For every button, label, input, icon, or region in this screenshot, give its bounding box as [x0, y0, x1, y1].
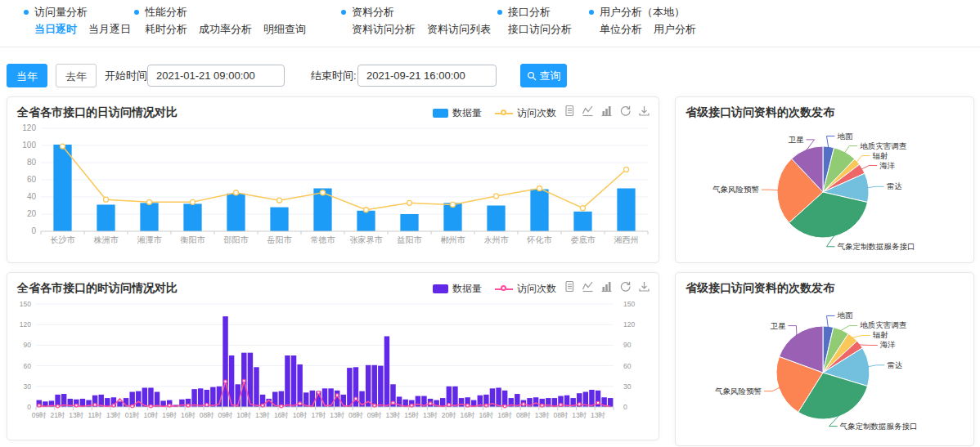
svg-text:16时: 16时	[461, 411, 475, 419]
nav-item-daily-month[interactable]: 当月逐日	[88, 22, 131, 37]
svg-text:湘西州: 湘西州	[614, 235, 639, 244]
svg-text:0: 0	[31, 226, 36, 235]
bullet-icon	[341, 10, 346, 15]
svg-text:海洋: 海洋	[879, 161, 895, 170]
svg-text:80: 80	[27, 158, 37, 167]
nav-group-users: 用户分析（本地） 单位分析 用户分析	[589, 5, 696, 37]
nav-item-time-cost[interactable]: 耗时分析	[145, 22, 187, 37]
bullet-icon	[497, 10, 502, 15]
start-time-input[interactable]	[147, 65, 285, 87]
bar-swatch-icon	[433, 284, 448, 293]
line-chart-type-icon[interactable]	[582, 280, 594, 293]
nav-item-interface-access-analysis[interactable]: 接口访问分析	[508, 22, 572, 37]
svg-text:08时: 08时	[553, 411, 568, 419]
province-access-pie-chart[interactable]: 地面地质灾害调查辐射海洋雷达气象定制数据服务接口气象风险预警卫星	[676, 296, 975, 444]
svg-text:150: 150	[623, 300, 635, 308]
nav-item-success-rate[interactable]: 成功率分析	[199, 22, 252, 37]
svg-text:永州市: 永州市	[484, 235, 510, 244]
this-year-button[interactable]: 当年	[7, 64, 47, 87]
svg-text:卫星: 卫星	[789, 135, 805, 144]
svg-text:16时: 16时	[497, 411, 512, 419]
line-swatch-icon	[495, 284, 513, 293]
legend-item-data-volume[interactable]: 数据量	[433, 106, 482, 120]
nav-item-unit-analysis[interactable]: 单位分析	[600, 22, 642, 37]
svg-text:张家界市: 张家界市	[350, 235, 384, 244]
svg-text:60: 60	[24, 362, 32, 370]
legend-label: 访问次数	[517, 106, 556, 120]
svg-text:邵阳市: 邵阳市	[224, 235, 249, 244]
svg-text:20时: 20时	[442, 411, 456, 419]
daily-chart-legend: 数据量 访问次数	[433, 106, 556, 120]
line-chart-type-icon[interactable]	[582, 105, 594, 117]
hourly-chart-toolbox	[564, 280, 650, 293]
daily-bar-line-chart[interactable]: 020406080100120长沙市株洲市湘潭市衡阳市邵阳市岳阳市常德市张家界市…	[11, 123, 656, 261]
pie-panel-bottom: 省级接口访问资料的次数发布 地面地质灾害调查辐射海洋雷达气象定制数据服务接口气象…	[675, 272, 974, 446]
data-view-icon[interactable]	[564, 105, 575, 117]
svg-text:01时: 01时	[125, 411, 140, 419]
daily-chart-title: 全省各市接口的日访问情况对比	[17, 105, 178, 120]
refresh-icon[interactable]	[619, 280, 632, 293]
nav-item-data-access-analysis[interactable]: 资料访问分析	[352, 22, 416, 37]
line-swatch-icon	[495, 109, 513, 118]
svg-text:13时: 13时	[330, 411, 344, 419]
svg-text:10时: 10时	[236, 411, 251, 419]
nav-group-title: 资料分析	[352, 5, 394, 20]
svg-text:13时: 13时	[423, 411, 438, 419]
nav-group-interface: 接口分析 接口访问分析	[497, 5, 572, 37]
search-button[interactable]: 查询	[520, 64, 567, 87]
bar-chart-type-icon[interactable]	[600, 105, 613, 117]
nav-group-title: 接口分析	[508, 5, 551, 20]
daily-chart-toolbox	[564, 105, 650, 117]
svg-text:21时: 21时	[51, 411, 65, 419]
svg-text:益阳市: 益阳市	[398, 235, 423, 244]
nav-item-data-access-list[interactable]: 资料访问列表	[427, 22, 491, 37]
legend-item-visit-count[interactable]: 访问次数	[495, 106, 556, 120]
svg-text:60: 60	[623, 362, 632, 370]
svg-text:辐射: 辐射	[872, 151, 888, 160]
svg-text:40: 40	[27, 192, 37, 201]
data-view-icon[interactable]	[564, 280, 575, 293]
svg-text:90: 90	[623, 341, 632, 349]
nav-divider	[0, 47, 980, 47]
nav-group-title: 性能分析	[145, 5, 187, 20]
svg-text:地面: 地面	[836, 132, 853, 141]
svg-text:气象风险预警: 气象风险预警	[715, 387, 762, 396]
nav-item-detail-query[interactable]: 明细查询	[263, 22, 306, 37]
hourly-bar-line-chart[interactable]: 0030306060909012012015015009时21时13时11时13…	[11, 299, 656, 438]
end-time-input[interactable]	[357, 65, 497, 87]
svg-text:09时: 09时	[367, 411, 382, 419]
svg-text:0: 0	[623, 403, 627, 411]
download-icon[interactable]	[638, 105, 650, 117]
nav-item-hourly-today[interactable]: 当日逐时	[34, 22, 77, 37]
refresh-icon[interactable]	[619, 105, 632, 117]
svg-text:16时: 16时	[274, 411, 289, 419]
last-year-button[interactable]: 去年	[56, 64, 97, 87]
legend-item-visit-count[interactable]: 访问次数	[495, 282, 556, 296]
download-icon[interactable]	[638, 280, 650, 293]
svg-text:13时: 13时	[106, 411, 121, 419]
bar-swatch-icon	[433, 109, 448, 118]
nav-group-title: 访问量分析	[34, 5, 88, 20]
svg-text:08时: 08时	[348, 411, 363, 419]
legend-item-data-volume[interactable]: 数据量	[433, 282, 482, 296]
start-time-label: 开始时间:	[105, 69, 151, 83]
svg-text:30: 30	[623, 382, 632, 391]
svg-text:常德市: 常德市	[311, 235, 336, 244]
bar-chart-type-icon[interactable]	[600, 280, 613, 293]
province-access-pie-chart[interactable]: 地面地质灾害调查辐射海洋雷达气象定制数据服务接口气象风险预警卫星	[676, 120, 975, 261]
svg-text:150: 150	[20, 300, 31, 308]
svg-text:17时: 17时	[311, 411, 326, 419]
svg-text:雷达: 雷达	[887, 181, 902, 190]
legend-label: 数据量	[452, 106, 482, 120]
svg-text:120: 120	[623, 320, 635, 329]
svg-text:19时: 19时	[162, 411, 177, 419]
svg-text:30: 30	[24, 382, 32, 391]
svg-text:湘潭市: 湘潭市	[137, 235, 163, 244]
svg-text:100: 100	[22, 141, 36, 150]
svg-text:岳阳市: 岳阳市	[267, 235, 293, 244]
nav-item-user-analysis[interactable]: 用户分析	[654, 22, 696, 37]
bullet-icon	[134, 10, 139, 15]
hourly-chart-panel: 全省各市接口的时访问情况对比 数据量 访问次数 0030306060909012…	[7, 272, 659, 440]
svg-text:13时: 13时	[572, 411, 587, 419]
svg-text:08时: 08时	[516, 411, 531, 419]
